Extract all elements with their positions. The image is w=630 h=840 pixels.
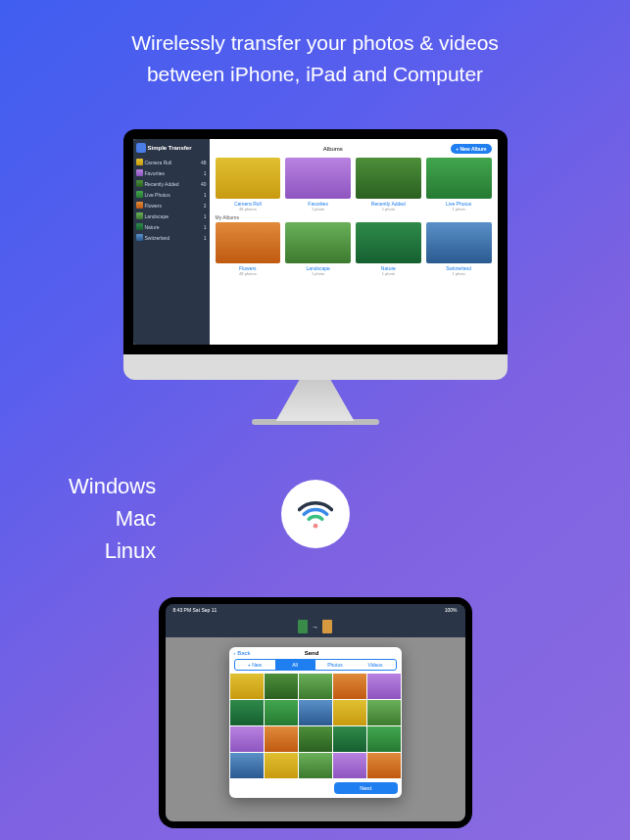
photo-thumb[interactable]	[230, 700, 264, 725]
headline-line1: Wirelessly transfer your photos & videos	[29, 27, 601, 59]
wifi-icon	[281, 480, 350, 548]
photo-thumb[interactable]	[333, 726, 366, 752]
photo-grid	[229, 674, 402, 778]
photo-thumb[interactable]	[299, 726, 332, 752]
sidebar-item[interactable]: Favorites1	[136, 167, 207, 178]
sidebar-item[interactable]: Live Photos1	[136, 189, 207, 200]
sidebar-item[interactable]: Switzerland1	[136, 232, 207, 243]
desktop-sidebar: Simple Transfer Camera Roll48 Favorites1…	[133, 139, 210, 345]
tab-all[interactable]: All	[275, 660, 315, 670]
photo-thumb[interactable]	[265, 726, 298, 752]
tab-photos[interactable]: Photos	[315, 660, 356, 670]
main-title: Albums	[323, 146, 343, 152]
photo-thumb[interactable]	[230, 753, 264, 778]
device-source-icon	[298, 620, 308, 633]
album-card[interactable]: Switzerland1 photo	[426, 222, 492, 276]
back-button[interactable]: ‹ Back	[234, 650, 251, 656]
os-mac: Mac	[69, 502, 156, 535]
next-button[interactable]: Next	[334, 782, 397, 794]
tab-videos[interactable]: Videos	[356, 660, 396, 670]
sidebar-item[interactable]: Nature1	[136, 221, 207, 232]
send-modal: ‹ Back Send + New All Photos Videos	[229, 647, 402, 798]
ipad-mockup: 8:43 PM Sat Sep 11100% → ‹ Back Send + N…	[159, 597, 472, 828]
photo-thumb[interactable]	[367, 674, 401, 699]
photo-thumb[interactable]	[299, 674, 332, 699]
album-card[interactable]: Landscape1 photo	[285, 222, 351, 276]
os-list: Windows Mac Linux	[69, 470, 156, 567]
sidebar-item[interactable]: Landscape1	[136, 210, 207, 221]
ipad-status-bar: 8:43 PM Sat Sep 11100%	[166, 604, 465, 616]
os-linux: Linux	[69, 535, 156, 567]
photo-thumb[interactable]	[299, 753, 332, 778]
photo-thumb[interactable]	[265, 753, 298, 778]
album-card[interactable]: Nature1 photo	[356, 222, 421, 276]
modal-tabs: + New All Photos Videos	[234, 659, 397, 671]
photo-thumb[interactable]	[367, 753, 401, 778]
photo-thumb[interactable]	[333, 674, 366, 699]
photo-thumb[interactable]	[230, 726, 264, 752]
app-title: Simple Transfer	[136, 143, 207, 153]
headline-line2: between iPhone, iPad and Computer	[29, 59, 601, 90]
album-card[interactable]: Live Photos1 photo	[426, 158, 492, 211]
headline: Wirelessly transfer your photos & videos…	[0, 0, 630, 97]
album-card[interactable]: Favorites1 photo	[285, 158, 351, 211]
photo-thumb[interactable]	[265, 700, 298, 725]
app-logo-icon	[136, 143, 146, 153]
desktop-mockup: Simple Transfer Camera Roll48 Favorites1…	[123, 129, 508, 425]
album-card[interactable]: Recently Added1 photo	[356, 158, 421, 211]
new-album-button[interactable]: + New Album	[451, 144, 491, 154]
modal-title: Send	[305, 650, 319, 656]
sidebar-item[interactable]: Recently Added40	[136, 178, 207, 189]
sidebar-item[interactable]: Flowers2	[136, 200, 207, 210]
ipad-header: →	[166, 616, 465, 637]
os-windows: Windows	[69, 470, 156, 502]
album-card[interactable]: Camera Roll48 photos	[216, 158, 281, 211]
photo-thumb[interactable]	[299, 700, 332, 725]
device-target-icon	[322, 620, 332, 633]
photo-thumb[interactable]	[367, 700, 401, 725]
photo-thumb[interactable]	[333, 753, 366, 778]
photo-thumb[interactable]	[333, 700, 366, 725]
photo-thumb[interactable]	[367, 726, 401, 752]
my-albums-label: My Albums	[216, 214, 492, 220]
sidebar-item[interactable]: Camera Roll48	[136, 157, 207, 167]
album-card[interactable]: Flowers48 photos	[216, 222, 281, 276]
desktop-main: Albums + New Album Camera Roll48 photos …	[210, 139, 498, 345]
photo-thumb[interactable]	[230, 674, 264, 699]
photo-thumb[interactable]	[265, 674, 298, 699]
tab-new[interactable]: + New	[235, 660, 275, 670]
